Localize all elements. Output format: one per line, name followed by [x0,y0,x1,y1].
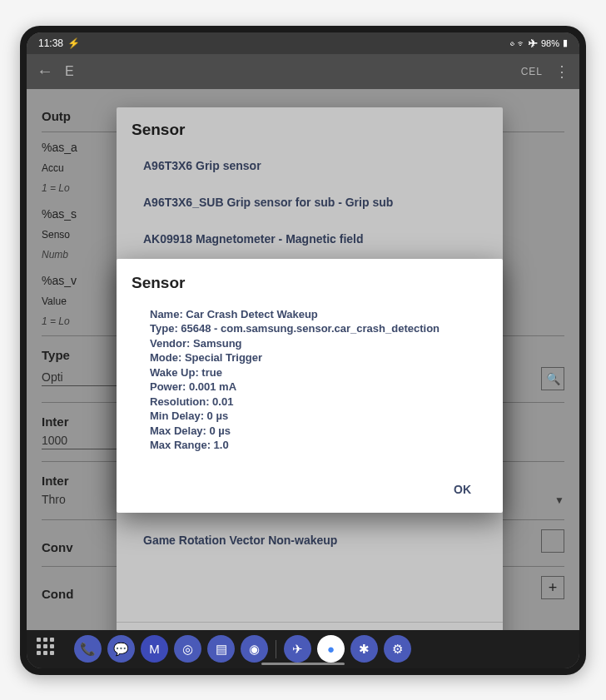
gesture-pill[interactable] [261,663,345,665]
assistant-icon[interactable]: ● [317,635,345,663]
sensor-list-title: Sensor [117,107,503,147]
status-bar: 11:38 ⚡ ⊘ ᯤ ✈ 98% ▮ [27,32,579,54]
search-icon[interactable]: 🔍 [541,367,564,390]
charging-icon: ⚡ [67,37,80,49]
nav-divider [276,640,276,658]
sensor-detail-dialog: Sensor Name: Car Crash Detect Wakeup Typ… [117,259,503,513]
battery-icon: ▮ [563,37,568,48]
convert-label: Conv [42,540,73,554]
detail-resolution: Resolution: 0.01 [150,395,488,410]
detail-mindelay: Min Delay: 0 µs [150,409,488,424]
sensor-item[interactable]: Game Rotation Vector Non-wakeup [123,522,496,559]
detail-maxrange: Max Range: 1.0 [150,438,488,453]
detail-vendor: Vendor: Samsung [150,336,488,351]
detail-power: Power: 0.001 mA [150,380,488,395]
phone-icon[interactable]: 📞 [74,635,102,663]
detail-mode: Mode: Special Trigger [150,350,488,365]
back-icon[interactable]: ← [37,62,53,81]
sensor-item[interactable]: A96T3X6 Grip sensor [123,147,496,184]
detail-maxdelay: Max Delay: 0 µs [150,424,488,439]
status-time: 11:38 [38,37,63,49]
checkbox[interactable] [541,529,564,553]
ok-button[interactable]: OK [445,478,479,501]
chevron-down-icon[interactable]: ▼ [554,494,564,506]
detail-type: Type: 65648 - com.samsung.sensor.car_cra… [150,321,488,336]
condition-label: Cond [42,587,73,601]
detail-wakeup: Wake Up: true [150,365,488,380]
sensor-item[interactable]: A96T3X6_SUB Grip sensor for sub - Grip s… [123,184,496,221]
screen: 11:38 ⚡ ⊘ ᯤ ✈ 98% ▮ ← E CEL ⋮ [27,32,579,668]
sensor-item[interactable]: AK09918 Magnetometer - Magnetic field [123,221,496,257]
battery-text: 98% [541,38,559,48]
detail-name: Name: Car Crash Detect Wakeup [150,307,488,322]
chrome-icon[interactable]: ◎ [174,635,201,663]
telegram-icon[interactable]: ✈ [284,635,311,663]
cancel-button[interactable]: CEL [521,66,543,77]
more-icon[interactable]: ⋮ [554,62,569,81]
app-title: E [65,64,74,79]
chat-icon[interactable]: 💬 [107,635,135,663]
sensor-detail-title: Sensor [132,274,488,292]
settings-icon[interactable]: ⚙ [384,635,411,663]
device-frame: 11:38 ⚡ ⊘ ᯤ ✈ 98% ▮ ← E CEL ⋮ [20,26,586,675]
gmail-icon[interactable]: M [141,635,168,663]
status-icons: ⊘ ᯤ ✈ [509,38,538,48]
app-bar: ← E CEL ⋮ [27,54,579,89]
sensor-detail-body: Name: Car Crash Detect Wakeup Type: 6564… [132,307,488,453]
notes-icon[interactable]: ▤ [207,635,235,663]
add-icon[interactable]: + [541,576,564,599]
app-drawer-icon[interactable] [37,638,60,661]
gallery-icon[interactable]: ✱ [350,635,378,663]
camera-icon[interactable]: ◉ [241,635,268,663]
